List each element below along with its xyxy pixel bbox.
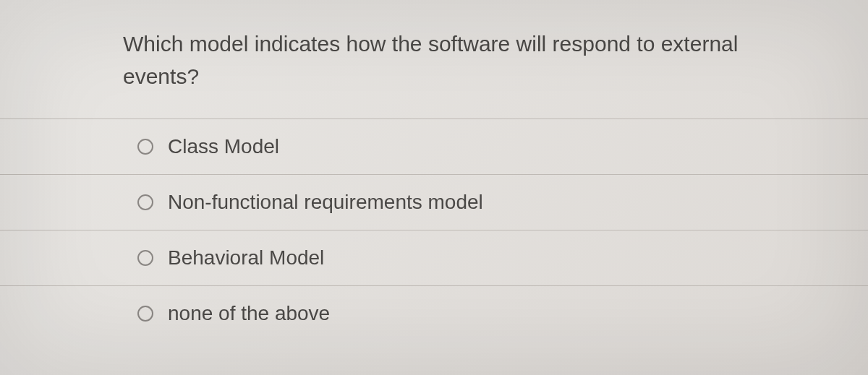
option-row[interactable]: Non-functional requirements model (0, 174, 868, 230)
radio-icon[interactable] (137, 250, 153, 266)
option-label: Behavioral Model (168, 246, 324, 270)
option-label: Non-functional requirements model (168, 191, 483, 214)
question-container: Which model indicates how the software w… (0, 0, 868, 341)
radio-icon[interactable] (137, 194, 153, 210)
option-label: none of the above (168, 302, 330, 325)
option-row[interactable]: none of the above (0, 285, 868, 341)
option-row[interactable]: Behavioral Model (0, 230, 868, 285)
question-text: Which model indicates how the software w… (0, 27, 868, 92)
radio-icon[interactable] (137, 139, 153, 155)
option-row[interactable]: Class Model (0, 118, 868, 174)
radio-icon[interactable] (137, 306, 153, 322)
option-label: Class Model (168, 135, 279, 158)
